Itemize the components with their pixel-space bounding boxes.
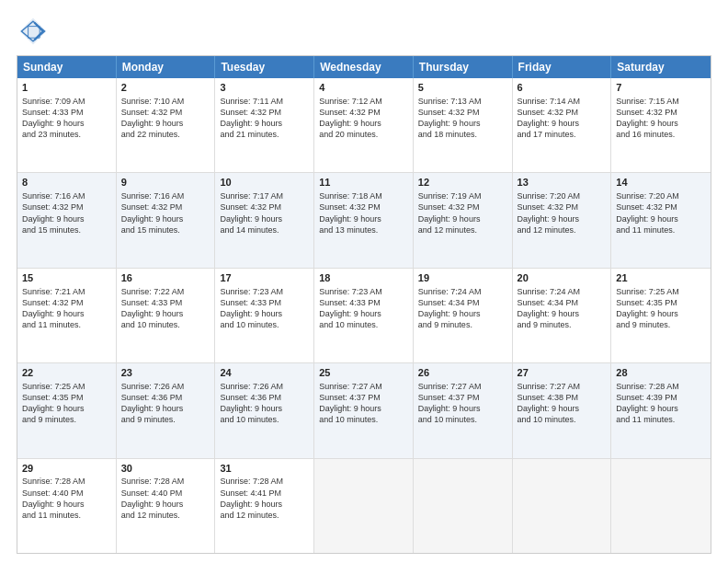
day-number: 12 <box>418 176 507 190</box>
cell-info: Sunrise: 7:16 AMSunset: 4:32 PMDaylight:… <box>22 190 111 236</box>
calendar-cell: 3Sunrise: 7:11 AMSunset: 4:32 PMDaylight… <box>215 78 314 172</box>
calendar-cell: 22Sunrise: 7:25 AMSunset: 4:35 PMDayligh… <box>17 363 117 457</box>
day-number: 4 <box>319 81 408 95</box>
cell-info: Sunrise: 7:09 AMSunset: 4:33 PMDaylight:… <box>22 96 111 141</box>
calendar-cell: 26Sunrise: 7:27 AMSunset: 4:37 PMDayligh… <box>414 363 513 457</box>
cell-info: Sunrise: 7:18 AMSunset: 4:32 PMDaylight:… <box>319 190 408 236</box>
calendar-cell: 6Sunrise: 7:14 AMSunset: 4:32 PMDaylight… <box>513 78 612 172</box>
day-number: 11 <box>319 176 408 190</box>
cell-info: Sunrise: 7:21 AMSunset: 4:32 PMDaylight:… <box>22 286 111 331</box>
cell-info: Sunrise: 7:26 AMSunset: 4:36 PMDaylight:… <box>220 381 309 426</box>
day-number: 6 <box>518 81 607 95</box>
cell-info: Sunrise: 7:24 AMSunset: 4:34 PMDaylight:… <box>418 286 507 331</box>
calendar-cell: 19Sunrise: 7:24 AMSunset: 4:34 PMDayligh… <box>414 269 513 362</box>
day-number: 18 <box>319 271 408 285</box>
cell-info: Sunrise: 7:25 AMSunset: 4:35 PMDaylight:… <box>22 381 111 426</box>
day-number: 13 <box>518 176 607 190</box>
cell-info: Sunrise: 7:25 AMSunset: 4:35 PMDaylight:… <box>616 286 706 331</box>
cell-info: Sunrise: 7:10 AMSunset: 4:32 PMDaylight:… <box>121 96 210 141</box>
day-number: 20 <box>518 271 607 285</box>
calendar-cell: 31Sunrise: 7:28 AMSunset: 4:41 PMDayligh… <box>215 459 314 553</box>
calendar-cell: 12Sunrise: 7:19 AMSunset: 4:32 PMDayligh… <box>414 173 513 267</box>
calendar-cell: 1Sunrise: 7:09 AMSunset: 4:33 PMDaylight… <box>17 78 117 172</box>
day-number: 22 <box>22 366 111 380</box>
cell-info: Sunrise: 7:28 AMSunset: 4:40 PMDaylight:… <box>121 476 210 521</box>
header-day-friday: Friday <box>513 56 612 78</box>
calendar-cell: 2Sunrise: 7:10 AMSunset: 4:32 PMDaylight… <box>117 78 216 172</box>
cell-info: Sunrise: 7:22 AMSunset: 4:33 PMDaylight:… <box>121 286 210 331</box>
calendar-row-5: 29Sunrise: 7:28 AMSunset: 4:40 PMDayligh… <box>17 458 711 553</box>
day-number: 1 <box>22 81 111 95</box>
calendar-body: 1Sunrise: 7:09 AMSunset: 4:33 PMDaylight… <box>17 78 711 553</box>
day-number: 26 <box>418 366 507 380</box>
calendar-cell: 24Sunrise: 7:26 AMSunset: 4:36 PMDayligh… <box>215 363 314 457</box>
calendar-cell: 29Sunrise: 7:28 AMSunset: 4:40 PMDayligh… <box>17 459 117 553</box>
day-number: 9 <box>121 176 210 190</box>
header-day-monday: Monday <box>117 56 216 78</box>
cell-info: Sunrise: 7:24 AMSunset: 4:34 PMDaylight:… <box>518 286 607 331</box>
calendar-cell <box>314 459 414 553</box>
day-number: 7 <box>616 81 706 95</box>
calendar-row-3: 15Sunrise: 7:21 AMSunset: 4:32 PMDayligh… <box>17 268 711 362</box>
page: SundayMondayTuesdayWednesdayThursdayFrid… <box>0 0 728 563</box>
cell-info: Sunrise: 7:26 AMSunset: 4:36 PMDaylight:… <box>121 381 210 426</box>
day-number: 19 <box>418 271 507 285</box>
calendar-row-2: 8Sunrise: 7:16 AMSunset: 4:32 PMDaylight… <box>17 172 711 267</box>
calendar-cell: 16Sunrise: 7:22 AMSunset: 4:33 PMDayligh… <box>117 269 216 362</box>
logo-icon <box>17 15 50 48</box>
day-number: 10 <box>220 176 309 190</box>
header-day-sunday: Sunday <box>17 56 117 78</box>
calendar-cell: 18Sunrise: 7:23 AMSunset: 4:33 PMDayligh… <box>314 269 414 362</box>
day-number: 5 <box>418 81 507 95</box>
day-number: 16 <box>121 271 210 285</box>
calendar-header: SundayMondayTuesdayWednesdayThursdayFrid… <box>17 56 711 78</box>
logo <box>17 15 53 48</box>
day-number: 30 <box>121 462 210 476</box>
cell-info: Sunrise: 7:23 AMSunset: 4:33 PMDaylight:… <box>220 286 309 331</box>
cell-info: Sunrise: 7:27 AMSunset: 4:37 PMDaylight:… <box>319 381 408 426</box>
cell-info: Sunrise: 7:28 AMSunset: 4:39 PMDaylight:… <box>616 381 706 426</box>
cell-info: Sunrise: 7:11 AMSunset: 4:32 PMDaylight:… <box>220 96 309 141</box>
calendar-cell: 13Sunrise: 7:20 AMSunset: 4:32 PMDayligh… <box>513 173 612 267</box>
calendar-cell: 15Sunrise: 7:21 AMSunset: 4:32 PMDayligh… <box>17 269 117 362</box>
day-number: 31 <box>220 462 309 476</box>
calendar-cell <box>414 459 513 553</box>
cell-info: Sunrise: 7:27 AMSunset: 4:37 PMDaylight:… <box>418 381 507 426</box>
calendar-cell: 8Sunrise: 7:16 AMSunset: 4:32 PMDaylight… <box>17 173 117 267</box>
header-day-saturday: Saturday <box>611 56 711 78</box>
calendar-cell: 14Sunrise: 7:20 AMSunset: 4:32 PMDayligh… <box>611 173 711 267</box>
calendar-cell <box>611 459 711 553</box>
cell-info: Sunrise: 7:17 AMSunset: 4:32 PMDaylight:… <box>220 190 309 236</box>
cell-info: Sunrise: 7:14 AMSunset: 4:32 PMDaylight:… <box>518 96 607 141</box>
cell-info: Sunrise: 7:12 AMSunset: 4:32 PMDaylight:… <box>319 96 408 141</box>
day-number: 23 <box>121 366 210 380</box>
calendar-cell: 10Sunrise: 7:17 AMSunset: 4:32 PMDayligh… <box>215 173 314 267</box>
cell-info: Sunrise: 7:15 AMSunset: 4:32 PMDaylight:… <box>616 96 706 141</box>
cell-info: Sunrise: 7:19 AMSunset: 4:32 PMDaylight:… <box>418 190 507 236</box>
cell-info: Sunrise: 7:28 AMSunset: 4:41 PMDaylight:… <box>220 476 309 521</box>
day-number: 25 <box>319 366 408 380</box>
day-number: 15 <box>22 271 111 285</box>
calendar-cell: 7Sunrise: 7:15 AMSunset: 4:32 PMDaylight… <box>611 78 711 172</box>
calendar-cell: 4Sunrise: 7:12 AMSunset: 4:32 PMDaylight… <box>314 78 414 172</box>
calendar-cell: 17Sunrise: 7:23 AMSunset: 4:33 PMDayligh… <box>215 269 314 362</box>
calendar-row-1: 1Sunrise: 7:09 AMSunset: 4:33 PMDaylight… <box>17 78 711 172</box>
cell-info: Sunrise: 7:20 AMSunset: 4:32 PMDaylight:… <box>616 190 706 236</box>
day-number: 17 <box>220 271 309 285</box>
cell-info: Sunrise: 7:20 AMSunset: 4:32 PMDaylight:… <box>518 190 607 236</box>
calendar: SundayMondayTuesdayWednesdayThursdayFrid… <box>17 55 711 554</box>
cell-info: Sunrise: 7:16 AMSunset: 4:32 PMDaylight:… <box>121 190 210 236</box>
header-day-tuesday: Tuesday <box>215 56 314 78</box>
calendar-cell <box>513 459 612 553</box>
calendar-row-4: 22Sunrise: 7:25 AMSunset: 4:35 PMDayligh… <box>17 362 711 457</box>
day-number: 8 <box>22 176 111 190</box>
calendar-cell: 20Sunrise: 7:24 AMSunset: 4:34 PMDayligh… <box>513 269 612 362</box>
day-number: 24 <box>220 366 309 380</box>
calendar-cell: 25Sunrise: 7:27 AMSunset: 4:37 PMDayligh… <box>314 363 414 457</box>
day-number: 27 <box>518 366 607 380</box>
day-number: 29 <box>22 462 111 476</box>
header-day-wednesday: Wednesday <box>314 56 414 78</box>
calendar-cell: 30Sunrise: 7:28 AMSunset: 4:40 PMDayligh… <box>117 459 216 553</box>
day-number: 14 <box>616 176 706 190</box>
day-number: 2 <box>121 81 210 95</box>
